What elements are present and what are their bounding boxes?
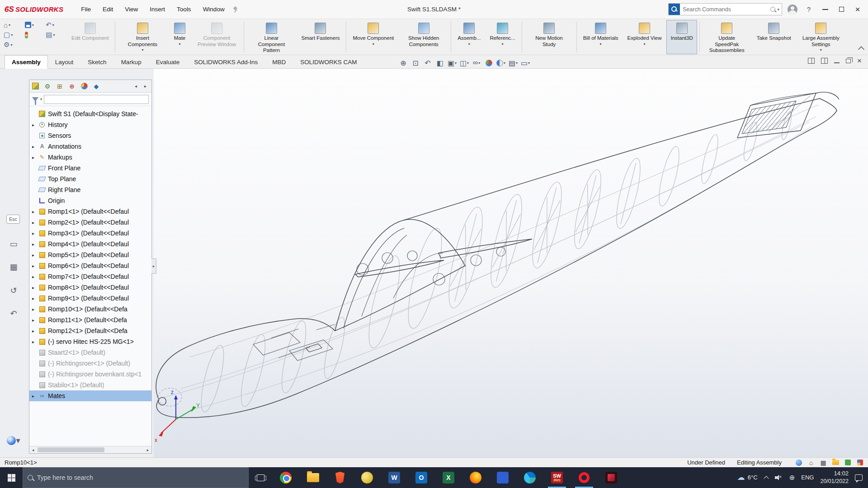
- apply-scene-button[interactable]: ▾: [495, 57, 506, 69]
- taskbar-app-solidworks[interactable]: SW2021: [543, 467, 571, 488]
- close-button[interactable]: ×: [852, 4, 863, 15]
- tab-markup[interactable]: Markup: [114, 55, 149, 69]
- cam-manager-tab[interactable]: ◆: [92, 82, 100, 90]
- language-indicator[interactable]: ENG: [801, 474, 814, 481]
- view-settings-caret-icon[interactable]: ▾: [516, 61, 518, 65]
- status-folder-icon[interactable]: [832, 459, 839, 466]
- edit-appearance-button[interactable]: [483, 57, 494, 69]
- expand-arrow-icon[interactable]: ▸: [32, 296, 38, 301]
- components-shortcut-button[interactable]: ▦: [6, 261, 21, 273]
- rebuild-button[interactable]: [25, 32, 42, 38]
- expand-arrow-icon[interactable]: ▸: [32, 318, 38, 323]
- status-tile-green-icon[interactable]: [844, 459, 851, 466]
- menu-window[interactable]: Window: [197, 0, 231, 19]
- document-minimize-icon[interactable]: [834, 62, 840, 63]
- expand-arrow-icon[interactable]: ▸: [32, 263, 38, 268]
- document-close-icon[interactable]: ×: [857, 57, 862, 65]
- action-center-icon[interactable]: [855, 474, 863, 481]
- display-style-caret-icon[interactable]: ▾: [467, 61, 469, 65]
- hidden-icons-chevron[interactable]: [764, 475, 769, 480]
- instant3d-button[interactable]: Instant3D: [666, 20, 697, 54]
- undo-view-shortcut-button[interactable]: ↶: [6, 308, 21, 319]
- expand-arrow-icon[interactable]: ▸: [32, 155, 38, 160]
- menu-edit[interactable]: Edit: [97, 0, 119, 19]
- tree-item[interactable]: Origin: [29, 195, 151, 206]
- command-search[interactable]: ▾: [668, 3, 782, 15]
- scrollbar-track[interactable]: [37, 446, 144, 453]
- home-caret-icon[interactable]: ▾: [9, 23, 10, 27]
- show-hidden-components-button[interactable]: Show Hidden Components: [399, 20, 448, 54]
- undo-caret-icon[interactable]: ▾: [52, 23, 54, 27]
- move-component-caret-icon[interactable]: ▾: [373, 42, 374, 46]
- taskbar-app-yellow-swirl-app[interactable]: [354, 467, 381, 488]
- menu-insert[interactable]: Insert: [144, 0, 171, 19]
- new-motion-study-button[interactable]: New Motion Study: [524, 20, 574, 54]
- tree-item[interactable]: ▸Romp1<1> (Default<<Defaul: [29, 206, 151, 217]
- mate-button[interactable]: Mate▾: [168, 20, 191, 54]
- camera-view-button[interactable]: ▭▾: [520, 57, 531, 69]
- tree-item[interactable]: ▸Romp3<1> (Default<<Defaul: [29, 228, 151, 239]
- hide-show-items-button[interactable]: ∞▾: [471, 57, 482, 69]
- rotate-view-shortcut-button[interactable]: ↺: [6, 285, 21, 296]
- help-button[interactable]: ?: [803, 4, 815, 15]
- new-document-caret-icon[interactable]: ▾: [11, 33, 13, 37]
- taskbar-app-brave[interactable]: [326, 467, 354, 488]
- tree-item[interactable]: ▸Romp4<1> (Default<<Defaul: [29, 239, 151, 249]
- view-orientation-button[interactable]: ▣▾: [447, 57, 458, 69]
- network-icon[interactable]: ⊕: [789, 474, 795, 482]
- expand-arrow-icon[interactable]: ▸: [32, 231, 38, 236]
- panel-tab-scroll-left-icon[interactable]: ◂: [135, 84, 140, 89]
- menu-file[interactable]: File: [75, 0, 97, 19]
- document-restore-icon[interactable]: [846, 59, 851, 63]
- undo-button[interactable]: ↶▾: [46, 21, 62, 29]
- tree-item[interactable]: ▸(-) servo Hitec HS-225 MG<1>: [29, 336, 151, 347]
- expand-arrow-icon[interactable]: ▸: [32, 328, 38, 333]
- status-home-icon[interactable]: ⌂: [807, 459, 815, 466]
- display-style-button[interactable]: ◫▾: [459, 57, 470, 69]
- expand-arrow-icon[interactable]: ▸: [32, 144, 38, 149]
- tree-item[interactable]: ▸History: [29, 119, 151, 130]
- expand-arrow-icon[interactable]: ▸: [32, 274, 38, 279]
- tree-item[interactable]: Sensors: [29, 130, 151, 141]
- large-assembly-settings-button[interactable]: Large Assembly Settings▾: [796, 20, 846, 54]
- save-button[interactable]: ▾: [25, 22, 42, 28]
- tree-item[interactable]: Front Plane: [29, 163, 151, 174]
- taskbar-app-blue-tiles-app[interactable]: [489, 467, 516, 488]
- scroll-left-icon[interactable]: ◂: [29, 448, 37, 452]
- filter-icon[interactable]: [32, 97, 38, 102]
- search-icon[interactable]: [770, 7, 775, 12]
- print-caret-icon[interactable]: ▾: [53, 33, 55, 37]
- mate-caret-icon[interactable]: ▾: [179, 42, 180, 46]
- assembly-features-caret-icon[interactable]: ▾: [468, 42, 470, 46]
- bill-of-materials-caret-icon[interactable]: ▾: [600, 42, 602, 46]
- large-assembly-settings-caret-icon[interactable]: ▾: [820, 48, 822, 52]
- exploded-view-caret-icon[interactable]: ▾: [644, 42, 646, 46]
- scrollbar-thumb[interactable]: [38, 447, 104, 452]
- viewport-shortcut-button[interactable]: ▭: [6, 238, 21, 250]
- tree-item[interactable]: ▸Romp11<1> (Default<<Defa: [29, 314, 151, 325]
- taskbar-app-outlook[interactable]: O: [408, 467, 435, 488]
- panel-tab-scroll-right-icon[interactable]: ▸: [144, 84, 150, 89]
- propertymanager-tab[interactable]: ⚙: [43, 82, 52, 90]
- tile-pane-icon[interactable]: [821, 58, 828, 64]
- expand-arrow-icon[interactable]: ▸: [32, 285, 38, 290]
- view-sphere-caret-icon[interactable]: ▾: [16, 436, 20, 446]
- tree-item[interactable]: ▸Romp6<1> (Default<<Defaul: [29, 260, 151, 271]
- linear-component-pattern-button[interactable]: Linear Component Pattern▾: [246, 20, 296, 54]
- tree-item[interactable]: ▸Romp9<1> (Default<<Defaul: [29, 293, 151, 304]
- save-caret-icon[interactable]: ▾: [32, 23, 34, 27]
- assembly-features-button[interactable]: Assemb...▾: [453, 20, 485, 54]
- tree-item[interactable]: Right Plane: [29, 184, 151, 195]
- home-button[interactable]: ⌂▾: [4, 21, 20, 29]
- expand-arrow-icon[interactable]: ▸: [32, 253, 38, 258]
- insert-components-caret-icon[interactable]: ▾: [142, 48, 143, 52]
- tree-item[interactable]: ▸Romp10<1> (Default<<Defa: [29, 304, 151, 314]
- status-world-icon[interactable]: [795, 459, 802, 466]
- configurationmanager-tab[interactable]: ⊞: [56, 82, 64, 90]
- apply-scene-caret-icon[interactable]: ▾: [504, 61, 505, 65]
- tree-item[interactable]: ▸Romp5<1> (Default<<Defaul: [29, 249, 151, 260]
- taskbar-app-opera[interactable]: [571, 467, 598, 488]
- view-settings-button[interactable]: ▤▾: [508, 57, 519, 69]
- split-pane-icon[interactable]: [808, 58, 815, 64]
- minimize-button[interactable]: [819, 4, 831, 15]
